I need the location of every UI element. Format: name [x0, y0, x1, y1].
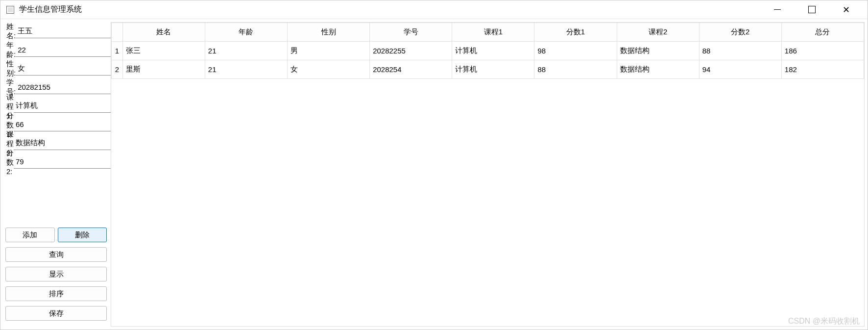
cell-course1[interactable]: 计算机 — [452, 42, 534, 60]
label-score2: 分数2: — [5, 149, 14, 176]
gender-field[interactable] — [16, 62, 113, 76]
form-row-age: 年龄: — [5, 43, 107, 57]
form-row-score2: 分数2: — [5, 154, 107, 169]
maximize-icon[interactable] — [802, 4, 821, 16]
cell-name[interactable]: 里斯 — [122, 60, 205, 79]
show-button[interactable]: 显示 — [5, 267, 107, 281]
label-name: 姓名: — [5, 22, 16, 41]
query-button[interactable]: 查询 — [5, 247, 107, 262]
cell-total[interactable]: 186 — [781, 42, 864, 60]
add-button[interactable]: 添加 — [5, 228, 55, 242]
student-table: 姓名 年龄 性别 学号 课程1 分数1 课程2 分数2 总分 1 张三 — [111, 23, 864, 79]
cell-course2[interactable]: 数据结构 — [617, 42, 699, 60]
label-gender: 性别: — [5, 59, 16, 78]
table-row[interactable]: 2 里斯 21 女 2028254 计算机 88 数据结构 94 182 — [112, 60, 864, 79]
header-course1[interactable]: 课程1 — [452, 23, 534, 42]
spacer — [5, 173, 107, 227]
score2-field[interactable] — [14, 155, 111, 169]
header-score2[interactable]: 分数2 — [699, 23, 781, 42]
window-title: 学生信息管理系统 — [19, 4, 768, 15]
table-body: 1 张三 21 男 20282255 计算机 98 数据结构 88 186 2 … — [112, 42, 864, 79]
header-course2[interactable]: 课程2 — [617, 23, 699, 42]
cell-gender[interactable]: 女 — [288, 60, 370, 79]
table-header-row: 姓名 年龄 性别 学号 课程1 分数1 课程2 分数2 总分 — [112, 23, 864, 42]
cell-student-id[interactable]: 20282255 — [370, 42, 452, 60]
button-row-add-delete: 添加 删除 — [5, 228, 107, 242]
cell-score1[interactable]: 88 — [534, 60, 617, 79]
close-icon[interactable] — [836, 4, 856, 16]
cell-course2[interactable]: 数据结构 — [617, 60, 699, 79]
app-icon — [6, 6, 14, 14]
cell-score2[interactable]: 88 — [699, 42, 781, 60]
table-area: 姓名 年龄 性别 学号 课程1 分数1 课程2 分数2 总分 1 张三 — [111, 22, 865, 327]
main-window: 学生信息管理系统 姓名: 年龄: 性别: 学号: — [0, 0, 868, 330]
course1-field[interactable] — [14, 99, 111, 113]
cell-student-id[interactable]: 2028254 — [370, 60, 452, 79]
header-age[interactable]: 年龄 — [205, 23, 287, 42]
content-area: 姓名: 年龄: 性别: 学号: 课程1: 分数1: — [0, 19, 868, 330]
label-age: 年龄: — [5, 41, 16, 59]
corner-header — [112, 23, 123, 42]
row-index[interactable]: 1 — [112, 42, 123, 60]
sort-button[interactable]: 排序 — [5, 286, 107, 301]
cell-score2[interactable]: 94 — [699, 60, 781, 79]
header-gender[interactable]: 性别 — [288, 23, 370, 42]
cell-age[interactable]: 21 — [205, 42, 287, 60]
cell-total[interactable]: 182 — [781, 60, 864, 79]
window-controls — [768, 4, 862, 16]
titlebar: 学生信息管理系统 — [0, 0, 868, 19]
form-row-score1: 分数1: — [5, 117, 107, 132]
course2-field[interactable] — [14, 136, 111, 150]
form-row-course2: 课程2: — [5, 136, 107, 151]
cell-age[interactable]: 21 — [205, 60, 287, 79]
form-row-name: 姓名: — [5, 24, 107, 39]
sidebar-form: 姓名: 年龄: 性别: 学号: 课程1: 分数1: — [3, 22, 109, 327]
name-field[interactable] — [16, 25, 113, 38]
header-name[interactable]: 姓名 — [122, 23, 205, 42]
score1-field[interactable] — [14, 118, 111, 131]
row-index[interactable]: 2 — [112, 60, 123, 79]
cell-gender[interactable]: 男 — [288, 42, 370, 60]
table-row[interactable]: 1 张三 21 男 20282255 计算机 98 数据结构 88 186 — [112, 42, 864, 60]
cell-name[interactable]: 张三 — [122, 42, 205, 60]
cell-course1[interactable]: 计算机 — [452, 60, 534, 79]
header-score1[interactable]: 分数1 — [534, 23, 617, 42]
form-row-student-id: 学号: — [5, 80, 107, 95]
age-field[interactable] — [16, 43, 113, 57]
form-row-course1: 课程1: — [5, 99, 107, 113]
delete-button[interactable]: 删除 — [58, 228, 107, 242]
minimize-icon[interactable] — [768, 4, 787, 16]
cell-score1[interactable]: 98 — [534, 42, 617, 60]
header-student-id[interactable]: 学号 — [370, 23, 452, 42]
form-row-gender: 性别: — [5, 61, 107, 76]
student-id-field[interactable] — [16, 80, 113, 94]
header-total[interactable]: 总分 — [781, 23, 864, 42]
save-button[interactable]: 保存 — [5, 306, 107, 321]
